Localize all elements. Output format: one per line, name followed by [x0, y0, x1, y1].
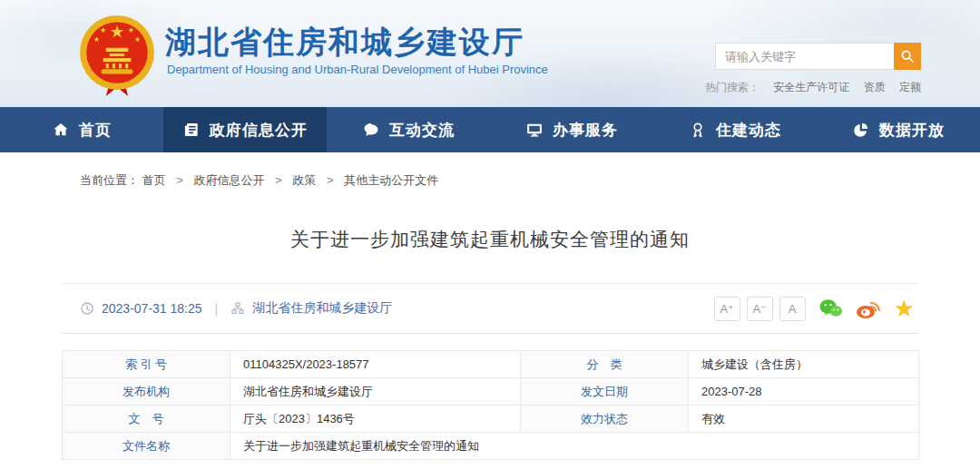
table-row: 索 引 号 01104325X/2023-18577 分 类 城乡建设（含住房） [63, 351, 919, 378]
qzone-star-icon: ★ [894, 297, 915, 320]
table-row: 文 号 厅头〔2023〕1436号 效力状态 有效 [63, 405, 919, 433]
search-button[interactable] [894, 43, 921, 70]
share-weibo-button[interactable] [856, 298, 881, 319]
field-label-index-number: 索 引 号 [63, 351, 230, 378]
hot-search-line: 热门搜索： 安全生产许可证 资质 定额 [705, 80, 921, 95]
breadcrumb-separator: > [176, 173, 183, 187]
breadcrumb: 当前位置： 首页 > 政府信息公开 > 政策 > 其他主动公开文件 [62, 152, 918, 189]
field-label-validity-status: 效力状态 [521, 405, 689, 433]
chat-bubble-icon [362, 121, 380, 139]
breadcrumb-separator: > [327, 173, 334, 187]
breadcrumb-item-policy[interactable]: 政策 [292, 173, 316, 187]
publish-time: 2023-07-31 18:25 [102, 301, 202, 316]
table-row: 发布机构 湖北省住房和城乡建设厅 发文日期 2023-07-28 [63, 378, 919, 405]
search-bar [715, 43, 921, 70]
nav-label: 互动交流 [389, 120, 455, 141]
hot-keyword[interactable]: 定额 [899, 81, 921, 93]
clock-icon [80, 301, 94, 316]
search-icon [900, 49, 915, 64]
nav-label: 住建动态 [716, 120, 781, 141]
field-label-issue-date: 发文日期 [521, 378, 689, 405]
document-info-table: 索 引 号 01104325X/2023-18577 分 类 城乡建设（含住房）… [62, 350, 919, 460]
font-decrease-button[interactable]: A⁻ [747, 297, 773, 321]
field-value-index-number: 01104325X/2023-18577 [230, 351, 521, 378]
nav-item-interaction[interactable]: 互动交流 [327, 107, 490, 152]
national-emblem-logo [78, 12, 156, 99]
field-label-doc-name: 文件名称 [63, 433, 230, 460]
nav-item-gov-info[interactable]: 政府信息公开 [163, 107, 327, 152]
article-title: 关于进一步加强建筑起重机械安全管理的通知 [62, 227, 918, 252]
monitor-icon [525, 121, 544, 139]
organization-icon [230, 301, 245, 316]
article-meta-left: 2023-07-31 18:25 | 湖北省住房和城乡建设厅 [80, 300, 392, 317]
field-value-doc-number: 厅头〔2023〕1436号 [230, 405, 521, 433]
hot-keyword[interactable]: 资质 [864, 81, 886, 93]
weibo-icon [856, 298, 881, 319]
document-icon [182, 121, 201, 139]
nav-item-news[interactable]: 住建动态 [653, 107, 817, 152]
nav-label: 首页 [79, 120, 112, 141]
field-value-issuing-agency: 湖北省住房和城乡建设厅 [230, 378, 521, 405]
search-input[interactable] [715, 43, 894, 70]
field-label-category: 分 类 [521, 351, 689, 378]
field-value-validity-status: 有效 [689, 405, 919, 433]
content-area: 当前位置： 首页 > 政府信息公开 > 政策 > 其他主动公开文件 关于进一步加… [62, 152, 918, 460]
pie-chart-icon [852, 121, 870, 139]
article-meta-right: A⁺ A⁻ A [708, 297, 915, 321]
nav-label: 数据开放 [879, 120, 945, 141]
table-row: 文件名称 关于进一步加强建筑起重机械安全管理的通知 [63, 433, 919, 460]
field-label-issuing-agency: 发布机构 [63, 378, 230, 405]
site-header: 湖北省住房和城乡建设厅 Department of Housing and Ur… [0, 0, 980, 107]
field-value-issue-date: 2023-07-28 [689, 378, 919, 405]
home-icon [52, 121, 70, 139]
site-title: 湖北省住房和城乡建设厅 [165, 22, 524, 64]
field-value-doc-name: 关于进一步加强建筑起重机械安全管理的通知 [230, 433, 919, 460]
breadcrumb-item-other-docs[interactable]: 其他主动公开文件 [344, 173, 438, 187]
breadcrumb-label: 当前位置： [80, 173, 139, 187]
nav-item-open-data[interactable]: 数据开放 [817, 107, 980, 152]
badge-person-icon [689, 121, 707, 139]
site-subtitle-en: Department of Housing and Urban-Rural De… [167, 63, 548, 76]
hot-search-label: 热门搜索： [705, 81, 760, 93]
font-increase-button[interactable]: A⁺ [714, 297, 740, 321]
hot-keyword[interactable]: 安全生产许可证 [773, 81, 849, 93]
field-value-category: 城乡建设（含住房） [689, 351, 919, 378]
meta-separator: | [215, 301, 219, 316]
share-wechat-button[interactable] [818, 298, 843, 319]
share-qzone-button[interactable]: ★ [894, 297, 915, 320]
breadcrumb-separator: > [275, 173, 282, 187]
font-reset-button[interactable]: A [779, 297, 806, 321]
nav-label: 办事服务 [553, 120, 618, 141]
main-nav: 首页 政府信息公开 互动交流 办事服务 住建动态 [0, 107, 980, 152]
nav-label: 政府信息公开 [210, 120, 308, 141]
article-meta-row: 2023-07-31 18:25 | 湖北省住房和城乡建设厅 A⁺ A⁻ A [62, 283, 918, 334]
breadcrumb-item-home[interactable]: 首页 [142, 173, 166, 187]
breadcrumb-item-gov-info[interactable]: 政府信息公开 [193, 173, 264, 187]
nav-item-services[interactable]: 办事服务 [490, 107, 653, 152]
field-label-doc-number: 文 号 [63, 405, 230, 433]
article-source: 湖北省住房和城乡建设厅 [252, 300, 392, 317]
nav-item-home[interactable]: 首页 [0, 107, 163, 152]
wechat-icon [818, 298, 843, 319]
